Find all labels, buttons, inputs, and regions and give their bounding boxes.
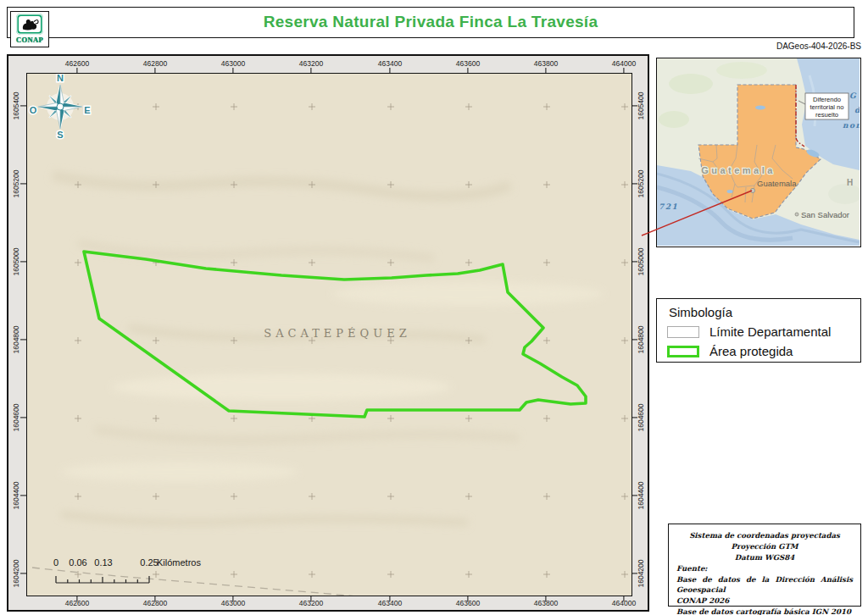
capital-city-dot [750,188,754,192]
grid-tick [632,573,637,573]
department-label: SACATEPÉQUEZ [264,327,410,340]
grid-tick [632,261,637,262]
city-dot [795,213,798,216]
grid-tick [632,339,637,340]
map-canvas: SACATEPÉQUEZ 0 0.06 0.13 0.25 Kilómetros… [27,74,632,596]
grid-y-label: 1604400 [12,481,20,509]
grid-y-label: 1604800 [12,325,20,353]
grid-x-label: 463800 [534,59,558,68]
grid-tick [389,68,390,74]
source-line: Base de datos de la Dirección Análisis G… [676,574,853,596]
grid-tick [632,417,637,418]
grid-y-label: 1604200 [12,559,20,587]
grid-tick [76,68,77,74]
grid-tick [632,183,637,184]
grid-y-label: 1605400 [637,91,645,119]
grid-y-label: 1604200 [637,559,645,587]
callout-line: territorial no [810,103,843,111]
country-label: Guatemala [701,165,776,175]
inset-map: Guatemala Guatemala San Salvador H o 721… [656,58,861,247]
main-map: SACATEPÉQUEZ 0 0.06 0.13 0.25 Kilómetros… [26,73,632,596]
honduras-label-fragment: H o [847,178,860,187]
grid-tick [232,68,233,74]
legend-item-limite: Límite Departamental [667,324,850,339]
grid-tick [154,596,155,601]
grid-y-label: 1604600 [637,403,645,431]
grid-x-label: 462600 [65,59,89,68]
grid-x-label: 464000 [612,59,636,68]
grid-y-label: 1605000 [637,247,645,275]
source-line: Base de datos cartografía básica IGN 201… [676,607,853,615]
protected-area-swatch [667,346,699,357]
legend: Simbología Límite Departamental Área pro… [656,298,861,363]
header-bar: Reserva Natural Privada Finca La Travesí… [7,7,854,38]
san-salvador-label: San Salvador [801,210,849,219]
page-title: Reserva Natural Privada Finca La Travesí… [8,8,854,36]
sea-label-fragment: G u [849,91,860,100]
grid-tick [20,339,26,340]
sea-label-fragment: d [854,106,860,114]
grid-x-label: 463000 [221,59,245,68]
grid-tick [76,596,77,601]
crs-line: Datum WGS84 [676,552,853,563]
grid-tick [20,573,26,573]
grid-y-label: 1604800 [637,325,645,353]
scale-label: 0.06 [69,557,86,568]
grid-x-label: 463200 [299,59,323,68]
grid-tick [310,596,311,601]
compass-n-label: N [57,74,64,83]
grid-tick [20,495,26,496]
grid-tick [632,495,637,496]
grid-tick [632,105,637,106]
grid-tick [545,68,546,74]
depth-label: 721 [659,202,678,211]
scale-unit-label: Kilómetros [157,557,201,568]
grid-tick [232,596,233,601]
legend-item-label: Límite Departamental [709,324,831,339]
departmental-limit-swatch [667,326,699,338]
compass-s-label: S [57,130,63,140]
sea-label-fragment: non d [843,121,860,130]
compass-o-label: O [30,105,37,115]
inset-canvas: Guatemala Guatemala San Salvador H o 721… [657,58,860,246]
capital-city-label: Guatemala [757,179,797,188]
source-line: CONAP 2026 [676,596,853,607]
grid-tick [467,596,468,601]
coordinate-info-box: Sistema de coordenadas proyectadas Proye… [668,524,861,607]
grid-x-label: 462800 [143,59,167,68]
grid-y-label: 1604400 [637,481,645,509]
grid-y-label: 1604600 [12,403,20,431]
crs-line: Proyección GTM [676,541,853,552]
conap-logo-icon [16,14,43,35]
dispute-callout: Diferendo territorial no resuelto [798,93,849,119]
scale-label: 0.13 [94,557,112,568]
document-code: DAGeos-404-2026-BS [776,42,861,51]
grid-x-label: 463600 [456,59,480,68]
grid-y-label: 1605200 [637,169,645,197]
conap-logo-text: CONAP [16,36,43,44]
grid-tick [623,68,624,74]
lake-peten [755,106,765,110]
grid-tick [154,68,155,74]
grid-tick [20,105,26,106]
scale-label: 0 [53,557,58,568]
source-heading: Fuente: [676,563,853,574]
grid-tick [389,596,390,601]
lake-atitlan [727,190,733,193]
compass-e-label: E [84,105,90,115]
grid-x-label: 463400 [378,59,402,68]
grid-y-label: 1605000 [12,247,20,275]
grid-y-label: 1605400 [12,91,20,119]
crs-line: Sistema de coordenadas proyectadas [676,530,853,541]
grid-y-label: 1605200 [12,169,20,197]
grid-tick [20,261,26,262]
conap-logo: CONAP [10,11,49,47]
grid-tick [545,596,546,601]
callout-line: resuelto [815,111,838,119]
monkey-icon [19,16,41,32]
grid-tick [20,417,26,418]
grid-tick [310,68,311,74]
scale-label: 0.25 [140,557,158,568]
map-frame: SACATEPÉQUEZ 0 0.06 0.13 0.25 Kilómetros… [7,54,649,612]
legend-item-label: Área protegida [709,344,793,358]
